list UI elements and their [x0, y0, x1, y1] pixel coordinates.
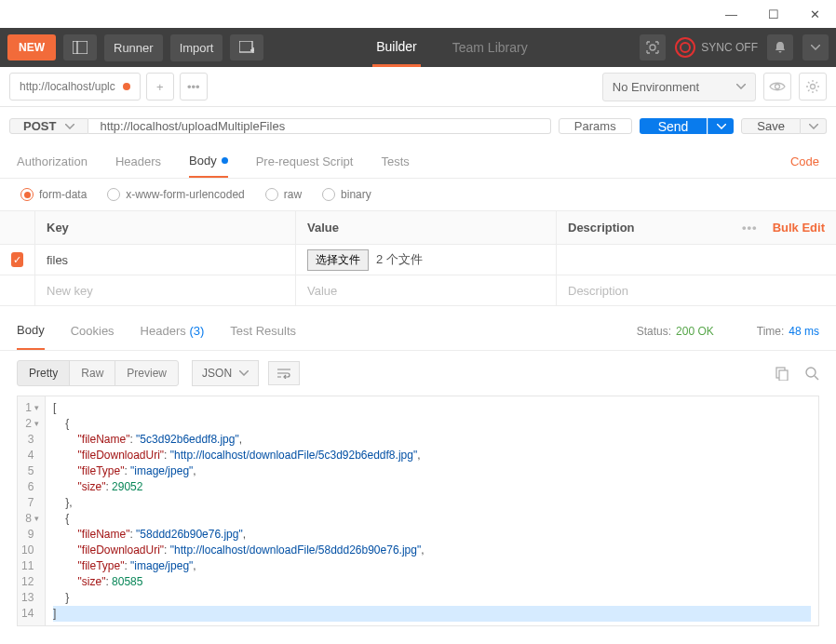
- svg-point-5: [650, 45, 655, 50]
- file-count-label: 2 个文件: [376, 251, 423, 268]
- tab-response-tests[interactable]: Test Results: [230, 312, 296, 350]
- form-data-table: Key Value Description ••• Bulk Edit ✓ fi…: [0, 210, 836, 306]
- search-icon: [804, 366, 819, 381]
- tab-team-library[interactable]: Team Library: [449, 28, 532, 67]
- time-label: Time:: [757, 325, 785, 338]
- tab-headers[interactable]: Headers: [115, 145, 161, 178]
- time-value: 48 ms: [789, 325, 819, 338]
- table-row-new: New key Value Description: [0, 275, 836, 306]
- new-value-input[interactable]: Value: [296, 275, 557, 305]
- add-tab-button[interactable]: +: [146, 73, 174, 101]
- tab-tests[interactable]: Tests: [381, 145, 409, 178]
- radio-label: form-data: [39, 188, 87, 201]
- bulk-edit-link[interactable]: Bulk Edit: [773, 221, 825, 235]
- http-method-label: POST: [23, 119, 56, 133]
- response-status: Status: 200 OK: [637, 325, 714, 338]
- desc-cell[interactable]: [557, 245, 836, 275]
- http-method-select[interactable]: POST: [9, 118, 88, 134]
- bell-icon: [774, 41, 787, 54]
- code-link[interactable]: Code: [790, 154, 819, 168]
- tab-prerequest[interactable]: Pre-request Script: [256, 145, 354, 178]
- runner-button[interactable]: Runner: [104, 34, 163, 61]
- format-select[interactable]: JSON: [192, 360, 259, 386]
- env-settings-button[interactable]: [799, 73, 827, 101]
- toggle-sidebar-button[interactable]: [63, 34, 97, 60]
- sync-status[interactable]: SYNC OFF: [675, 37, 758, 58]
- new-desc-input[interactable]: Description: [557, 275, 836, 305]
- svg-rect-0: [73, 41, 88, 54]
- view-pretty[interactable]: Pretty: [17, 360, 70, 386]
- tab-response-headers[interactable]: Headers (3): [141, 312, 205, 350]
- notifications-button[interactable]: [767, 34, 793, 60]
- unsaved-dot-icon: [123, 83, 130, 90]
- tab-authorization[interactable]: Authorization: [17, 145, 88, 178]
- new-key-input[interactable]: New key: [35, 275, 296, 305]
- response-tabs: Body Cookies Headers (3) Test Results St…: [0, 312, 836, 351]
- eye-icon: [769, 81, 786, 92]
- request-url-bar: POST http://localhost/uploadMultipleFile…: [0, 107, 836, 145]
- column-options-icon[interactable]: •••: [742, 221, 758, 235]
- radio-icon: [322, 188, 335, 201]
- value-cell[interactable]: 选择文件 2 个文件: [296, 245, 557, 275]
- tab-body[interactable]: Body: [189, 145, 228, 178]
- radio-icon: [107, 188, 120, 201]
- new-window-icon: [239, 41, 254, 54]
- wrap-lines-button[interactable]: [268, 361, 300, 385]
- capture-icon: [645, 40, 660, 55]
- radio-icon: [20, 188, 34, 201]
- env-quicklook-button[interactable]: [763, 73, 791, 101]
- radio-binary[interactable]: binary: [322, 188, 371, 201]
- wrap-icon: [276, 368, 291, 379]
- params-button[interactable]: Params: [559, 118, 632, 134]
- body-type-row: form-data x-www-form-urlencoded raw bina…: [0, 179, 836, 210]
- table-row: ✓ files 选择文件 2 个文件: [0, 245, 836, 275]
- code-body: [ { "fileName": "5c3d92b6eddf8.jpg", "fi…: [46, 396, 818, 625]
- svg-point-7: [811, 85, 816, 89]
- radio-icon: [265, 188, 278, 201]
- send-button[interactable]: Send: [640, 118, 708, 134]
- request-section-tabs: Authorization Headers Body Pre-request S…: [0, 145, 836, 179]
- send-options-button[interactable]: [708, 118, 734, 134]
- import-button[interactable]: Import: [170, 34, 223, 61]
- tab-options-button[interactable]: •••: [180, 73, 208, 101]
- tab-response-cookies[interactable]: Cookies: [71, 312, 115, 350]
- response-time: Time: 48 ms: [757, 325, 819, 338]
- window-maximize[interactable]: ☐: [752, 0, 794, 28]
- radio-form-data[interactable]: form-data: [20, 188, 87, 201]
- user-menu-button[interactable]: [802, 34, 829, 60]
- search-response-button[interactable]: [804, 366, 819, 381]
- copy-response-button[interactable]: [775, 366, 789, 381]
- tab-builder[interactable]: Builder: [372, 28, 421, 67]
- sync-off-icon: [675, 37, 695, 58]
- view-preview[interactable]: Preview: [115, 360, 179, 386]
- url-input[interactable]: http://localhost/uploadMultipleFiles: [88, 118, 550, 134]
- environment-select[interactable]: No Environment: [602, 73, 756, 101]
- new-button[interactable]: NEW: [7, 34, 56, 60]
- window-minimize[interactable]: —: [710, 0, 752, 28]
- save-button[interactable]: Save: [741, 118, 801, 134]
- chevron-down-icon: [717, 124, 726, 129]
- resp-headers-count: (3): [189, 324, 204, 338]
- capture-icon-button[interactable]: [640, 34, 666, 60]
- tab-response-body[interactable]: Body: [17, 312, 45, 350]
- choose-file-button[interactable]: 选择文件: [307, 249, 369, 271]
- window-close[interactable]: ✕: [794, 0, 836, 28]
- radio-urlencoded[interactable]: x-www-form-urlencoded: [107, 188, 244, 201]
- request-tab-1[interactable]: http://localhost/uplc: [9, 73, 141, 101]
- new-tab-button[interactable]: [230, 34, 263, 60]
- format-label: JSON: [202, 367, 232, 380]
- environment-label: No Environment: [613, 80, 699, 94]
- main-toolbar: NEW Runner Import Builder Team Library S…: [0, 28, 836, 67]
- response-body-viewer[interactable]: 1 ▾ 2 ▾ 3 4 5 6 7 8 ▾ 9 10 11 12 13 14 […: [17, 396, 819, 626]
- radio-label: x-www-form-urlencoded: [126, 188, 244, 201]
- resp-headers-label: Headers: [141, 324, 186, 338]
- view-raw[interactable]: Raw: [69, 360, 115, 386]
- chevron-down-icon: [736, 84, 746, 89]
- row-checkbox[interactable]: ✓: [11, 252, 23, 267]
- request-tabs-bar: http://localhost/uplc + ••• No Environme…: [0, 67, 836, 107]
- copy-icon: [775, 366, 789, 381]
- key-cell[interactable]: files: [35, 245, 296, 275]
- radio-raw[interactable]: raw: [265, 188, 302, 201]
- save-options-button[interactable]: [801, 118, 827, 134]
- col-key: Key: [35, 211, 296, 244]
